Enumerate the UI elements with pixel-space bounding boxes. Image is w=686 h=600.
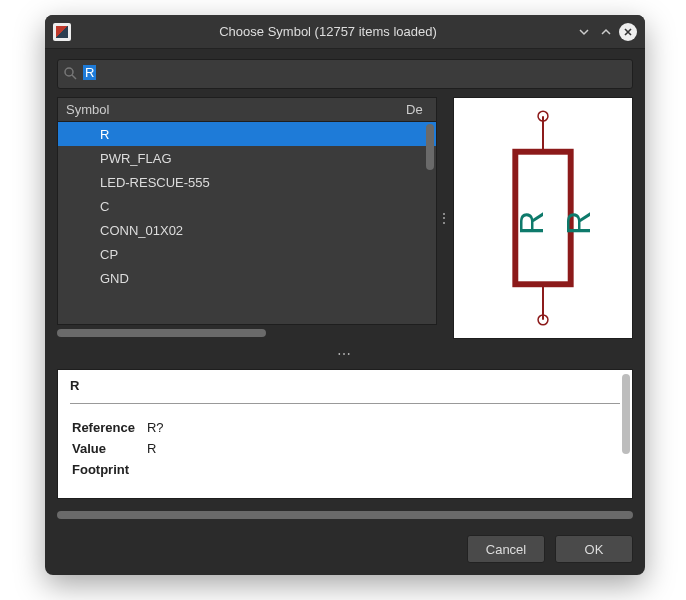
preview-refdes: R [513,211,550,235]
details-key: Reference [72,418,145,437]
details-row: ValueR [72,439,174,458]
details-value: R [147,439,174,458]
details-table: ReferenceR?ValueRFootprint [70,416,176,481]
details-panel[interactable]: R ReferenceR?ValueRFootprint [57,369,633,499]
symbol-tree-panel: Symbol De RPWR_FLAGLED-RESCUE-555CCONN_0… [57,97,437,339]
horizontal-splitter[interactable]: ⋯ [57,347,633,361]
tree-header[interactable]: Symbol De [57,97,437,121]
search-input[interactable] [57,59,633,89]
minimize-button[interactable] [575,23,593,41]
details-value [147,460,174,479]
tree-item[interactable]: R [58,122,436,146]
splitter-grip-icon: ⋯ [337,346,353,362]
cancel-button[interactable]: Cancel [467,535,545,563]
titlebar[interactable]: Choose Symbol (12757 items loaded) [45,15,645,49]
splitter-grip-icon: ⋮ [437,210,453,226]
symbol-preview[interactable]: R R [453,97,633,339]
tree-item[interactable]: PWR_FLAG [58,146,436,170]
tree-horizontal-scrollbar[interactable] [57,327,437,339]
details-divider [70,403,620,404]
vertical-splitter[interactable]: ⋮ [437,97,453,339]
details-title: R [70,378,620,393]
search-row: R [57,59,633,89]
details-key: Footprint [72,460,145,479]
bottom-horizontal-scrollbar[interactable] [57,509,633,521]
dialog-window: Choose Symbol (12757 items loaded) R [45,15,645,575]
ok-button[interactable]: OK [555,535,633,563]
tree-item[interactable]: C [58,194,436,218]
dialog-footer: Cancel OK [57,529,633,563]
maximize-button[interactable] [597,23,615,41]
svg-point-0 [65,68,73,76]
tree-item[interactable]: LED-RESCUE-555 [58,170,436,194]
symbol-tree[interactable]: RPWR_FLAGLED-RESCUE-555CCONN_01X02CPGND [57,121,437,325]
details-row: ReferenceR? [72,418,174,437]
details-key: Value [72,439,145,458]
column-header-description[interactable]: De [406,102,428,117]
column-header-symbol[interactable]: Symbol [66,102,406,117]
tree-item[interactable]: GND [58,266,436,290]
tree-item[interactable]: CP [58,242,436,266]
details-row: Footprint [72,460,174,479]
details-value: R? [147,418,174,437]
close-button[interactable] [619,23,637,41]
app-icon [53,23,71,41]
svg-line-1 [72,75,76,79]
window-title: Choose Symbol (12757 items loaded) [81,24,575,39]
search-icon [63,66,77,84]
middle-split: Symbol De RPWR_FLAGLED-RESCUE-555CCONN_0… [57,97,633,339]
details-vertical-scrollbar[interactable] [622,374,630,494]
tree-vertical-scrollbar[interactable] [424,122,436,324]
dialog-content: R Symbol De RPWR_FLAGLED-RESCUE-555CCONN… [45,49,645,575]
tree-item[interactable]: CONN_01X02 [58,218,436,242]
preview-value: R [560,211,597,235]
